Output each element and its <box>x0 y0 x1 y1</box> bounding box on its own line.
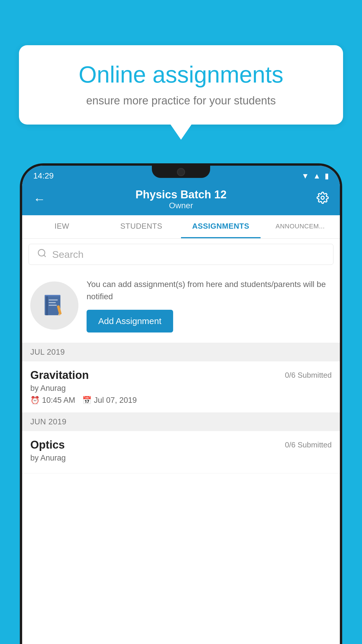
camera <box>177 168 185 176</box>
tab-iew[interactable]: IEW <box>22 215 102 238</box>
bubble-title: Online assignments <box>38 61 324 88</box>
speech-bubble: Online assignments ensure more practice … <box>19 45 343 125</box>
assignment-time-row: ⏰ 10:45 AM 📅 Jul 07, 2019 <box>30 396 332 405</box>
tabs-bar: IEW STUDENTS ASSIGNMENTS ANNOUNCEM... <box>22 215 340 239</box>
info-description: You can add assignment(s) from here and … <box>87 278 332 303</box>
time-item: ⏰ 10:45 AM <box>30 396 75 405</box>
bubble-subtitle: ensure more practice for your students <box>38 94 324 107</box>
wifi-icon: ▼ <box>302 172 309 181</box>
settings-button[interactable] <box>317 192 329 207</box>
svg-rect-8 <box>48 305 57 306</box>
add-assignment-button[interactable]: Add Assignment <box>87 310 173 332</box>
svg-point-0 <box>321 196 324 200</box>
svg-line-2 <box>44 255 46 257</box>
assignment-meta: by Anurag <box>30 384 332 393</box>
tab-assignments[interactable]: ASSIGNMENTS <box>181 215 261 238</box>
assignment-item-optics[interactable]: Optics 0/6 Submitted by Anurag <box>22 431 340 473</box>
assignment-time: 10:45 AM <box>42 396 75 405</box>
signal-icon: ▲ <box>313 172 321 181</box>
submitted-badge: 0/6 Submitted <box>285 371 332 380</box>
assignment-title-optics: Optics <box>30 439 65 451</box>
assignment-top-row: Gravitation 0/6 Submitted <box>30 369 332 382</box>
app-header: ← Physics Batch 12 Owner <box>22 183 340 215</box>
speech-bubble-area: Online assignments ensure more practice … <box>19 45 343 125</box>
search-placeholder: Search <box>52 249 84 260</box>
back-button[interactable]: ← <box>33 192 45 206</box>
search-bar[interactable]: Search <box>29 244 333 265</box>
calendar-icon: 📅 <box>82 396 92 405</box>
phone-screen: 14:29 ▼ ▲ ▮ ← Physics Batch 12 Owner <box>22 166 340 644</box>
search-container: Search <box>22 239 340 270</box>
assignment-meta-optics: by Anurag <box>30 454 332 463</box>
svg-rect-7 <box>48 302 56 303</box>
notebook-icon-wrap <box>30 281 78 330</box>
phone-frame: 14:29 ▼ ▲ ▮ ← Physics Batch 12 Owner <box>20 163 342 644</box>
assignment-date: Jul 07, 2019 <box>94 396 137 405</box>
assignment-top-row-optics: Optics 0/6 Submitted <box>30 439 332 451</box>
section-jun-2019: JUN 2019 <box>22 413 340 431</box>
submitted-badge-optics: 0/6 Submitted <box>285 440 332 449</box>
info-text-wrap: You can add assignment(s) from here and … <box>87 278 332 332</box>
status-icons: ▼ ▲ ▮ <box>302 172 329 181</box>
section-jul-2019: JUL 2019 <box>22 343 340 361</box>
svg-rect-4 <box>46 295 48 315</box>
svg-rect-5 <box>45 295 60 296</box>
header-center: Physics Batch 12 Owner <box>136 188 227 210</box>
clock-icon: ⏰ <box>30 396 40 405</box>
notebook-icon <box>41 292 68 318</box>
assignment-title: Gravitation <box>30 369 89 382</box>
search-icon <box>37 248 47 260</box>
info-card: You can add assignment(s) from here and … <box>22 270 340 343</box>
header-title: Physics Batch 12 <box>136 188 227 201</box>
date-item: 📅 Jul 07, 2019 <box>82 396 137 405</box>
tab-students[interactable]: STUDENTS <box>102 215 181 238</box>
svg-point-1 <box>38 249 45 256</box>
header-subtitle: Owner <box>136 201 227 210</box>
svg-rect-6 <box>48 300 58 300</box>
battery-icon: ▮ <box>325 172 329 181</box>
status-time: 14:29 <box>33 171 54 181</box>
assignment-item-gravitation[interactable]: Gravitation 0/6 Submitted by Anurag ⏰ 10… <box>22 361 340 413</box>
tab-announcements[interactable]: ANNOUNCEM... <box>261 215 340 238</box>
notch <box>152 163 210 178</box>
